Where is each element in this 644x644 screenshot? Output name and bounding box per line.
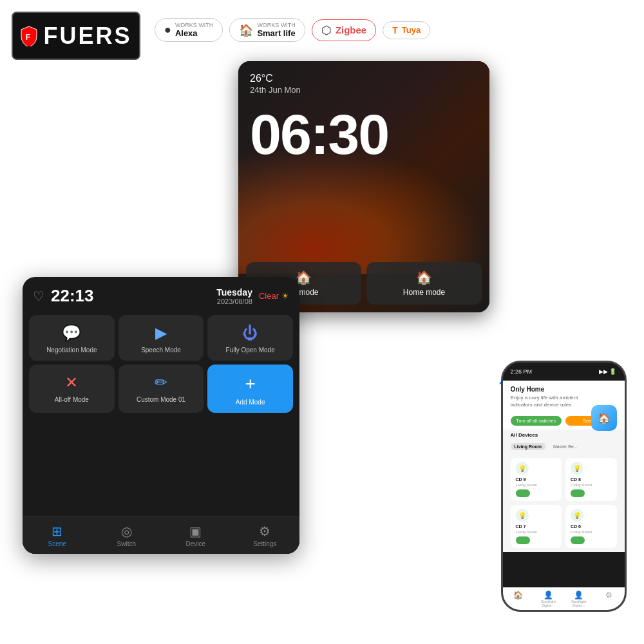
svg-text:F: F <box>26 33 32 42</box>
panel-nav: ⊞ Scene ◎ Switch ▣ Device ⚙ Settings <box>23 516 299 554</box>
phone-footer-settings[interactable]: ⚙ <box>594 588 624 610</box>
phone-tabs: Living Room Master Be... <box>503 440 625 454</box>
badge-smart-life: 🏠 WORKS WITH Smart life <box>229 18 305 42</box>
custom-icon: ✏ <box>124 374 199 392</box>
fully-open-label: Fully Open Mode <box>213 346 288 354</box>
compatibility-badges: ● WORKS WITH Alexa 🏠 WORKS WITH Smart li… <box>155 18 430 42</box>
speech-icon: ▶ <box>124 324 199 342</box>
cd9-toggle[interactable] <box>516 489 530 497</box>
tuya-label: Tuya <box>402 25 421 35</box>
badge-zigbee: ⬡ Zigbee <box>312 19 376 41</box>
settings-nav-label: Settings <box>233 540 298 547</box>
phone-mockup: 2:26 PM ▶▶ 🔋 Only Home Enjoy a cozy life… <box>489 361 638 625</box>
panel-weather-label: Clear <box>259 291 279 301</box>
phone-tab-living[interactable]: Living Room <box>511 443 545 450</box>
speech-label: Speech Mode <box>124 346 199 354</box>
switch-nav-icon: ◎ <box>95 524 159 539</box>
badge-tuya: T Tuya <box>383 21 430 39</box>
scene-speech[interactable]: ▶ Speech Mode <box>118 315 204 361</box>
phone-device-cd7[interactable]: 💡 CD 7 Living Room <box>511 505 562 548</box>
phone-section-title: All Devices <box>503 430 625 440</box>
panel-time: 22:13 <box>51 286 94 306</box>
cd6-name: CD 6 <box>571 524 612 529</box>
phone-footer-spotlight1[interactable]: 👤 Spotlight Zigbe... <box>533 588 564 610</box>
panel-weather: Clear ☀ <box>259 291 289 301</box>
phone-footer: 🏠 👤 Spotlight Zigbe... 👤 Spotlight Zigbe… <box>503 587 625 610</box>
cd8-name: CD 8 <box>571 477 612 482</box>
device-nav-label: Device <box>164 540 228 547</box>
smart-life-label: Smart life <box>257 28 296 38</box>
panel-date-num: 2023/08/08 <box>100 298 252 305</box>
scene-fully-open[interactable]: ⏻ Fully Open Mode <box>207 315 293 361</box>
phone-footer-spotlight2-label: Spotlight Zigbe... <box>571 600 586 607</box>
custom-label: Custom Mode 01 <box>124 395 199 404</box>
phone-house-icon: 🏠 <box>591 405 617 431</box>
cd7-name: CD 7 <box>516 524 557 529</box>
cd9-room: Living Room <box>516 483 557 487</box>
phone-footer-home[interactable]: 🏠 <box>503 588 533 610</box>
alexa-works-with: WORKS WITH <box>175 22 214 28</box>
control-panel: ♡ 22:13 Tuesday 2023/08/08 Clear ☀ 💬 Neg… <box>23 277 299 554</box>
add-label: Add Mode <box>213 398 288 406</box>
scene-nav-icon: ⊞ <box>25 524 90 539</box>
phone-footer-spotlight1-label: Spotlight Zigbe... <box>541 600 556 607</box>
device-nav-icon: ▣ <box>164 524 228 539</box>
phone-footer-spotlight2[interactable]: 👤 Spotlight Zigbe... <box>564 588 594 610</box>
home-mode-icon: 🏠 <box>372 270 477 285</box>
cd7-room: Living Room <box>516 530 557 534</box>
scene-grid: 💬 Negotiation Mode ▶ Speech Mode ⏻ Fully… <box>23 311 299 417</box>
phone-footer-settings-icon: ⚙ <box>595 591 623 600</box>
negotiation-label: Negotiation Mode <box>34 346 109 354</box>
phone-time: 2:26 PM <box>511 368 533 375</box>
cd7-icon: 💡 <box>516 509 529 522</box>
smart-life-icon: 🏠 <box>239 23 253 37</box>
screen-date: 24th Jun Mon <box>250 85 301 95</box>
scene-all-off[interactable]: ✕ All-off Mode <box>29 365 115 413</box>
phone-header-title: Only Home <box>511 386 589 393</box>
brand-name: FUERS <box>43 23 131 50</box>
cd8-room: Living Room <box>571 483 612 487</box>
cd6-room: Living Room <box>571 530 612 534</box>
scene-negotiation[interactable]: 💬 Negotiation Mode <box>29 315 115 361</box>
main-screen: 26°C 24th Jun Mon 06:30 🏠 ve mode 🏠 Home… <box>238 61 489 312</box>
phone-frame: 2:26 PM ▶▶ 🔋 Only Home Enjoy a cozy life… <box>501 361 627 612</box>
home-mode-btn[interactable]: 🏠 Home mode <box>366 262 482 305</box>
phone-status-bar: 2:26 PM ▶▶ 🔋 <box>503 363 625 381</box>
scene-custom[interactable]: ✏ Custom Mode 01 <box>118 365 204 413</box>
flame-decoration <box>238 145 489 274</box>
panel-day: Tuesday <box>100 287 252 298</box>
nav-settings[interactable]: ⚙ Settings <box>231 517 300 554</box>
phone-device-grid: 💡 CD 9 Living Room 💡 CD 8 Living Room 💡 … <box>503 454 625 552</box>
phone-device-cd8[interactable]: 💡 CD 8 Living Room <box>565 458 617 501</box>
phone-tab-master[interactable]: Master Be... <box>549 443 582 450</box>
phone-footer-spotlight2-icon: 👤 <box>565 591 592 600</box>
screen-temperature: 26°C <box>250 73 273 84</box>
phone-header-sub: Enjoy a cozy life with ambient indicator… <box>511 394 589 408</box>
cd7-toggle[interactable] <box>516 536 530 544</box>
all-off-label: All-off Mode <box>34 395 109 404</box>
switch-nav-label: Switch <box>95 540 159 547</box>
phone-footer-spotlight1-icon: 👤 <box>535 591 562 600</box>
nav-scene[interactable]: ⊞ Scene <box>23 517 92 554</box>
phone-header: Only Home Enjoy a cozy life with ambient… <box>503 381 625 412</box>
panel-header: ♡ 22:13 Tuesday 2023/08/08 Clear ☀ <box>23 277 299 311</box>
cd9-name: CD 9 <box>516 477 557 482</box>
all-off-icon: ✕ <box>34 374 109 392</box>
cd8-toggle[interactable] <box>571 489 585 497</box>
phone-btn-green[interactable]: Turn off all switches <box>511 416 562 426</box>
alexa-label: Alexa <box>175 28 214 38</box>
phone-footer-home-icon: 🏠 <box>504 591 532 600</box>
scene-nav-label: Scene <box>25 540 90 547</box>
heart-icon: ♡ <box>33 289 44 304</box>
nav-switch[interactable]: ◎ Switch <box>92 517 162 554</box>
negotiation-icon: 💬 <box>34 324 109 342</box>
alexa-icon: ● <box>164 23 171 37</box>
phone-device-cd6[interactable]: 💡 CD 6 Living Room <box>565 505 617 548</box>
smart-life-works-with: WORKS WITH <box>257 22 296 28</box>
cd6-toggle[interactable] <box>571 536 585 544</box>
cd8-icon: 💡 <box>571 462 583 475</box>
sun-icon: ☀ <box>281 291 289 301</box>
phone-device-cd9[interactable]: 💡 CD 9 Living Room <box>511 458 562 501</box>
nav-device[interactable]: ▣ Device <box>161 517 231 554</box>
scene-add[interactable]: + Add Mode <box>207 365 293 413</box>
